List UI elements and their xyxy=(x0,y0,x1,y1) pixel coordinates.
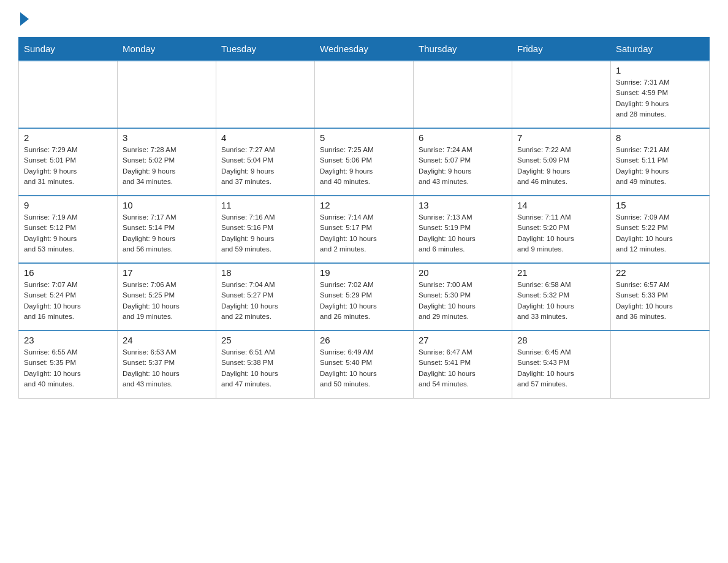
calendar-cell: 14Sunrise: 7:11 AM Sunset: 5:20 PM Dayli… xyxy=(512,196,611,263)
day-number: 28 xyxy=(517,335,605,345)
calendar-cell xyxy=(414,61,512,128)
day-info: Sunrise: 7:06 AM Sunset: 5:25 PM Dayligh… xyxy=(123,280,211,322)
col-header-monday: Monday xyxy=(118,37,216,61)
calendar-cell: 17Sunrise: 7:06 AM Sunset: 5:25 PM Dayli… xyxy=(118,263,216,331)
day-number: 10 xyxy=(123,200,211,210)
calendar-cell: 20Sunrise: 7:00 AM Sunset: 5:30 PM Dayli… xyxy=(414,263,512,331)
day-number: 27 xyxy=(419,335,507,345)
week-row-4: 16Sunrise: 7:07 AM Sunset: 5:24 PM Dayli… xyxy=(19,263,710,331)
calendar-cell xyxy=(315,61,414,128)
day-info: Sunrise: 7:14 AM Sunset: 5:17 PM Dayligh… xyxy=(320,212,408,255)
day-number: 1 xyxy=(616,65,704,75)
day-number: 25 xyxy=(221,335,309,345)
calendar-cell: 13Sunrise: 7:13 AM Sunset: 5:19 PM Dayli… xyxy=(414,196,512,263)
day-info: Sunrise: 7:29 AM Sunset: 5:01 PM Dayligh… xyxy=(24,145,112,187)
day-info: Sunrise: 6:47 AM Sunset: 5:41 PM Dayligh… xyxy=(419,347,507,389)
day-info: Sunrise: 6:45 AM Sunset: 5:43 PM Dayligh… xyxy=(517,347,605,389)
day-number: 2 xyxy=(24,132,112,143)
day-info: Sunrise: 7:19 AM Sunset: 5:12 PM Dayligh… xyxy=(24,212,112,255)
day-number: 15 xyxy=(616,200,704,210)
calendar-cell: 10Sunrise: 7:17 AM Sunset: 5:14 PM Dayli… xyxy=(118,196,216,263)
col-header-tuesday: Tuesday xyxy=(216,37,315,61)
day-info: Sunrise: 7:02 AM Sunset: 5:29 PM Dayligh… xyxy=(320,280,408,322)
day-info: Sunrise: 7:11 AM Sunset: 5:20 PM Dayligh… xyxy=(517,212,605,255)
calendar-cell: 4Sunrise: 7:27 AM Sunset: 5:04 PM Daylig… xyxy=(216,128,315,196)
day-info: Sunrise: 6:49 AM Sunset: 5:40 PM Dayligh… xyxy=(320,347,408,389)
day-number: 12 xyxy=(320,200,408,210)
calendar-cell: 23Sunrise: 6:55 AM Sunset: 5:35 PM Dayli… xyxy=(19,331,118,398)
calendar-cell: 2Sunrise: 7:29 AM Sunset: 5:01 PM Daylig… xyxy=(19,128,118,196)
calendar-cell: 22Sunrise: 6:57 AM Sunset: 5:33 PM Dayli… xyxy=(611,263,710,331)
day-info: Sunrise: 6:55 AM Sunset: 5:35 PM Dayligh… xyxy=(24,347,112,389)
calendar-cell: 26Sunrise: 6:49 AM Sunset: 5:40 PM Dayli… xyxy=(315,331,414,398)
day-info: Sunrise: 7:21 AM Sunset: 5:11 PM Dayligh… xyxy=(616,145,704,187)
day-info: Sunrise: 7:13 AM Sunset: 5:19 PM Dayligh… xyxy=(419,212,507,255)
calendar-cell: 24Sunrise: 6:53 AM Sunset: 5:37 PM Dayli… xyxy=(118,331,216,398)
day-info: Sunrise: 7:17 AM Sunset: 5:14 PM Dayligh… xyxy=(123,212,211,255)
day-number: 18 xyxy=(221,267,309,278)
logo xyxy=(18,12,29,27)
day-info: Sunrise: 7:22 AM Sunset: 5:09 PM Dayligh… xyxy=(517,145,605,187)
day-header-row: SundayMondayTuesdayWednesdayThursdayFrid… xyxy=(19,37,710,61)
calendar-cell: 7Sunrise: 7:22 AM Sunset: 5:09 PM Daylig… xyxy=(512,128,611,196)
day-number: 11 xyxy=(221,200,309,210)
day-number: 21 xyxy=(517,267,605,278)
calendar-cell: 9Sunrise: 7:19 AM Sunset: 5:12 PM Daylig… xyxy=(19,196,118,263)
day-info: Sunrise: 7:31 AM Sunset: 4:59 PM Dayligh… xyxy=(616,77,704,120)
week-row-1: 1Sunrise: 7:31 AM Sunset: 4:59 PM Daylig… xyxy=(19,61,710,128)
day-number: 4 xyxy=(221,132,309,143)
calendar-cell: 11Sunrise: 7:16 AM Sunset: 5:16 PM Dayli… xyxy=(216,196,315,263)
day-info: Sunrise: 6:51 AM Sunset: 5:38 PM Dayligh… xyxy=(221,347,309,389)
day-number: 8 xyxy=(616,132,704,143)
day-number: 16 xyxy=(24,267,112,278)
day-number: 3 xyxy=(123,132,211,143)
col-header-saturday: Saturday xyxy=(611,37,710,61)
calendar-cell: 3Sunrise: 7:28 AM Sunset: 5:02 PM Daylig… xyxy=(118,128,216,196)
day-number: 9 xyxy=(24,200,112,210)
week-row-5: 23Sunrise: 6:55 AM Sunset: 5:35 PM Dayli… xyxy=(19,331,710,398)
calendar-cell: 19Sunrise: 7:02 AM Sunset: 5:29 PM Dayli… xyxy=(315,263,414,331)
day-number: 22 xyxy=(616,267,704,278)
day-info: Sunrise: 6:53 AM Sunset: 5:37 PM Dayligh… xyxy=(123,347,211,389)
col-header-thursday: Thursday xyxy=(414,37,512,61)
calendar-cell xyxy=(512,61,611,128)
calendar-cell xyxy=(19,61,118,128)
col-header-friday: Friday xyxy=(512,37,611,61)
day-info: Sunrise: 7:27 AM Sunset: 5:04 PM Dayligh… xyxy=(221,145,309,187)
calendar-cell: 21Sunrise: 6:58 AM Sunset: 5:32 PM Dayli… xyxy=(512,263,611,331)
col-header-wednesday: Wednesday xyxy=(315,37,414,61)
day-number: 7 xyxy=(517,132,605,143)
day-number: 5 xyxy=(320,132,408,143)
day-info: Sunrise: 7:16 AM Sunset: 5:16 PM Dayligh… xyxy=(221,212,309,255)
day-number: 14 xyxy=(517,200,605,210)
calendar-cell: 27Sunrise: 6:47 AM Sunset: 5:41 PM Dayli… xyxy=(414,331,512,398)
day-number: 23 xyxy=(24,335,112,345)
calendar-cell: 12Sunrise: 7:14 AM Sunset: 5:17 PM Dayli… xyxy=(315,196,414,263)
day-number: 19 xyxy=(320,267,408,278)
calendar-cell: 1Sunrise: 7:31 AM Sunset: 4:59 PM Daylig… xyxy=(611,61,710,128)
week-row-2: 2Sunrise: 7:29 AM Sunset: 5:01 PM Daylig… xyxy=(19,128,710,196)
day-number: 20 xyxy=(419,267,507,278)
page-header xyxy=(18,12,710,27)
day-number: 26 xyxy=(320,335,408,345)
day-info: Sunrise: 7:00 AM Sunset: 5:30 PM Dayligh… xyxy=(419,280,507,322)
calendar-cell: 25Sunrise: 6:51 AM Sunset: 5:38 PM Dayli… xyxy=(216,331,315,398)
logo-triangle-icon xyxy=(20,12,29,26)
day-info: Sunrise: 7:24 AM Sunset: 5:07 PM Dayligh… xyxy=(419,145,507,187)
day-info: Sunrise: 7:04 AM Sunset: 5:27 PM Dayligh… xyxy=(221,280,309,322)
day-number: 24 xyxy=(123,335,211,345)
day-number: 17 xyxy=(123,267,211,278)
day-number: 6 xyxy=(419,132,507,143)
calendar-cell xyxy=(216,61,315,128)
calendar-cell: 18Sunrise: 7:04 AM Sunset: 5:27 PM Dayli… xyxy=(216,263,315,331)
calendar-cell: 8Sunrise: 7:21 AM Sunset: 5:11 PM Daylig… xyxy=(611,128,710,196)
day-info: Sunrise: 6:57 AM Sunset: 5:33 PM Dayligh… xyxy=(616,280,704,322)
calendar-cell: 5Sunrise: 7:25 AM Sunset: 5:06 PM Daylig… xyxy=(315,128,414,196)
calendar-cell: 16Sunrise: 7:07 AM Sunset: 5:24 PM Dayli… xyxy=(19,263,118,331)
day-info: Sunrise: 7:09 AM Sunset: 5:22 PM Dayligh… xyxy=(616,212,704,255)
day-info: Sunrise: 7:25 AM Sunset: 5:06 PM Dayligh… xyxy=(320,145,408,187)
calendar-table: SundayMondayTuesdayWednesdayThursdayFrid… xyxy=(18,37,710,399)
week-row-3: 9Sunrise: 7:19 AM Sunset: 5:12 PM Daylig… xyxy=(19,196,710,263)
day-number: 13 xyxy=(419,200,507,210)
day-info: Sunrise: 7:07 AM Sunset: 5:24 PM Dayligh… xyxy=(24,280,112,322)
